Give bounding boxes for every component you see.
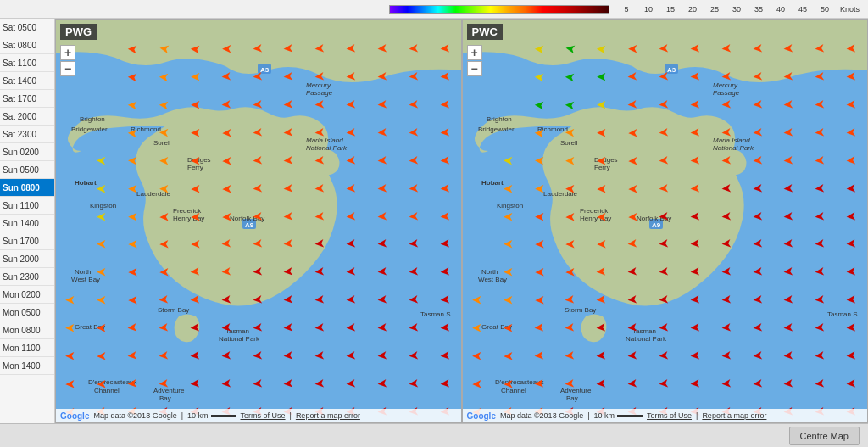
svg-text:Storm Bay: Storm Bay — [565, 306, 596, 314]
map-pwg[interactable]: A3 A9 Mercury Passage Maria Island Natio… — [55, 19, 462, 423]
svg-text:West Bay: West Bay — [71, 276, 100, 283]
map-pwc-background: A3 A9 Mercury Passage Maria Island Natio… — [463, 20, 868, 422]
sidebar-item-mon-1100[interactable]: Mon 1100 — [0, 339, 54, 357]
maps-area: A3 A9 Mercury Passage Maria Island Natio… — [55, 19, 868, 423]
legend-value-40: 40 — [770, 5, 792, 14]
svg-text:Bay: Bay — [566, 394, 578, 402]
map-pwc-label: PWC — [467, 24, 503, 40]
sidebar-item-sun-0800[interactable]: Sun 0800 — [0, 179, 54, 197]
svg-text:Mercury: Mercury — [713, 81, 738, 89]
map-pwg-footer: Google Map data ©2013 Google | 10 km Ter… — [56, 409, 461, 422]
map-pwc[interactable]: A3 A9 Mercury Passage Maria Island Natio… — [462, 19, 869, 423]
svg-text:A3: A3 — [260, 66, 270, 74]
svg-text:Passage: Passage — [306, 89, 333, 97]
map-pwc-separator2: | — [696, 411, 698, 420]
svg-text:National Park: National Park — [626, 335, 667, 343]
sidebar-item-sun-1700[interactable]: Sun 1700 — [0, 232, 54, 250]
map-pwc-zoom-out[interactable]: − — [467, 61, 482, 76]
sidebar-item-mon-0200[interactable]: Mon 0200 — [0, 286, 54, 304]
svg-text:Norfolk Bay: Norfolk Bay — [230, 215, 264, 222]
svg-text:National Park: National Park — [306, 144, 348, 152]
sidebar-item-sat-2300[interactable]: Sat 2300 — [0, 126, 54, 143]
svg-text:Channel: Channel — [501, 387, 526, 394]
map-pwg-zoom-out[interactable]: − — [60, 61, 75, 76]
svg-text:Sorell: Sorell — [560, 139, 578, 147]
map-pwg-zoom-in[interactable]: + — [60, 45, 75, 60]
legend-labels: 5 10 15 20 25 30 35 40 45 50 — [615, 5, 836, 14]
map-pwg-scale: | — [181, 411, 183, 420]
svg-text:Henry Bay: Henry Bay — [580, 215, 611, 222]
map-pwc-data-credit: Map data ©2013 Google — [500, 411, 583, 420]
map-pwg-scale-bar: 10 km — [187, 411, 236, 420]
sidebar-item-sat-0500[interactable]: Sat 0500 — [0, 19, 54, 36]
map-pwg-separator2: | — [290, 411, 292, 420]
legend-value-50: 50 — [814, 5, 836, 14]
sidebar-item-sun-2000[interactable]: Sun 2000 — [0, 250, 54, 268]
sidebar-item-mon-0800[interactable]: Mon 0800 — [0, 321, 54, 339]
svg-text:Bay: Bay — [159, 394, 171, 402]
svg-text:West Bay: West Bay — [478, 276, 507, 283]
svg-text:Brighton: Brighton — [80, 115, 105, 123]
map-pwc-scale-bar: 10 km — [594, 411, 643, 420]
sidebar-item-mon-0500[interactable]: Mon 0500 — [0, 304, 54, 321]
centre-map-button[interactable]: Centre Map — [789, 427, 860, 445]
svg-text:Mercury: Mercury — [306, 81, 331, 89]
svg-text:D'entrecasteaux: D'entrecasteaux — [88, 378, 137, 386]
svg-text:Dodges: Dodges — [187, 156, 211, 164]
svg-text:Brighton: Brighton — [487, 115, 512, 123]
svg-text:Tasman: Tasman — [632, 327, 656, 335]
svg-text:Richmond: Richmond — [537, 126, 568, 133]
map-pwc-zoom-in[interactable]: + — [467, 45, 482, 60]
svg-text:Frederick: Frederick — [173, 207, 202, 215]
svg-text:Adventure: Adventure — [153, 387, 185, 394]
svg-text:A9: A9 — [245, 221, 254, 229]
map-pwg-terms[interactable]: Terms of Use — [241, 411, 286, 420]
gradient-strip — [389, 5, 609, 14]
map-pwc-svg: A3 A9 Mercury Passage Maria Island Natio… — [463, 20, 868, 422]
svg-text:National Park: National Park — [219, 335, 260, 343]
svg-text:Hobart: Hobart — [75, 179, 97, 187]
svg-text:Richmond: Richmond — [131, 126, 161, 133]
sidebar-item-sat-1400[interactable]: Sat 1400 — [0, 72, 54, 90]
svg-text:Kingston: Kingston — [497, 202, 523, 210]
legend-value-5: 5 — [615, 5, 637, 14]
legend-value-35: 35 — [748, 5, 770, 14]
svg-text:Lauderdale: Lauderdale — [543, 190, 578, 198]
legend-value-15: 15 — [659, 5, 682, 14]
sidebar-item-sat-1700[interactable]: Sat 1700 — [0, 90, 54, 108]
svg-text:Tasman S: Tasman S — [420, 310, 451, 318]
sidebar-item-mon-1400[interactable]: Mon 1400 — [0, 357, 54, 375]
sidebar-item-sat-2000[interactable]: Sat 2000 — [0, 108, 54, 126]
legend-value-45: 45 — [792, 5, 814, 14]
svg-text:Kingston: Kingston — [90, 202, 116, 210]
map-pwg-label: PWG — [60, 24, 97, 40]
svg-text:Passage: Passage — [713, 89, 740, 97]
svg-text:A9: A9 — [651, 221, 660, 229]
sidebar-item-sun-1100[interactable]: Sun 1100 — [0, 197, 54, 215]
sidebar-item-sun-2300[interactable]: Sun 2300 — [0, 268, 54, 286]
sidebar-item-sat-0800[interactable]: Sat 0800 — [0, 36, 54, 54]
map-pwg-data-credit: Map data ©2013 Google — [93, 411, 176, 420]
sidebar-item-sun-0200[interactable]: Sun 0200 — [0, 143, 54, 161]
svg-text:Tasman: Tasman — [225, 327, 249, 335]
svg-text:Norfolk Bay: Norfolk Bay — [637, 215, 671, 222]
svg-text:Maria Island: Maria Island — [306, 137, 343, 144]
map-pwg-svg: A3 A9 Mercury Passage Maria Island Natio… — [56, 20, 461, 422]
svg-text:Storm Bay: Storm Bay — [158, 306, 189, 314]
svg-text:Maria Island: Maria Island — [713, 137, 750, 144]
svg-text:National Park: National Park — [713, 144, 754, 152]
svg-text:Lauderdale: Lauderdale — [136, 190, 171, 198]
map-pwc-scale-sep: | — [587, 411, 589, 420]
svg-text:Dodges: Dodges — [594, 156, 618, 164]
map-pwc-terms[interactable]: Terms of Use — [647, 411, 692, 420]
sidebar-item-sun-1400[interactable]: Sun 1400 — [0, 215, 54, 232]
sidebar-item-sun-0500[interactable]: Sun 0500 — [0, 161, 54, 179]
map-pwc-report[interactable]: Report a map error — [702, 411, 766, 420]
legend-gradient: 5 10 15 20 25 30 35 40 45 50 Knots — [389, 5, 860, 14]
google-logo-pwc: Google — [467, 411, 496, 421]
svg-text:Tasman S: Tasman S — [827, 310, 858, 318]
sidebar-item-sat-1100[interactable]: Sat 1100 — [0, 54, 54, 72]
svg-text:Henry Bay: Henry Bay — [173, 215, 204, 222]
map-pwg-report[interactable]: Report a map error — [296, 411, 360, 420]
sidebar: Sat 0500Sat 0800Sat 1100Sat 1400Sat 1700… — [0, 19, 55, 423]
